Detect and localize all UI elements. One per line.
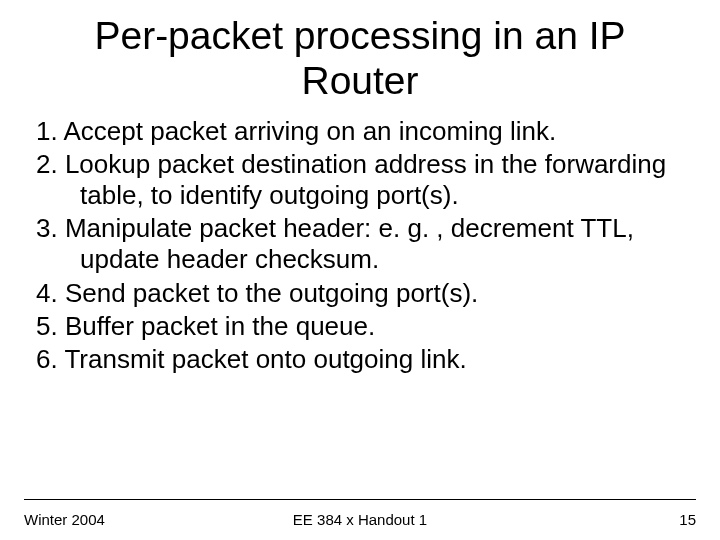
list-item: 1. Accept packet arriving on an incoming… <box>36 116 684 147</box>
list-item: 3. Manipulate packet header: e. g. , dec… <box>36 213 684 275</box>
list-item: 6. Transmit packet onto outgoing link. <box>36 344 684 375</box>
title-line-1: Per-packet processing in an IP <box>94 14 625 57</box>
slide-title: Per-packet processing in an IP Router <box>0 0 720 104</box>
list-item: 4. Send packet to the outgoing port(s). <box>36 278 684 309</box>
list-item: 2. Lookup packet destination address in … <box>36 149 684 211</box>
title-line-2: Router <box>301 59 418 102</box>
page-number: 15 <box>679 511 696 528</box>
divider <box>24 499 696 500</box>
footer-center: EE 384 x Handout 1 <box>24 511 696 528</box>
slide-body: 1. Accept packet arriving on an incoming… <box>0 104 720 376</box>
list-item: 5. Buffer packet in the queue. <box>36 311 684 342</box>
slide: Per-packet processing in an IP Router 1.… <box>0 0 720 540</box>
